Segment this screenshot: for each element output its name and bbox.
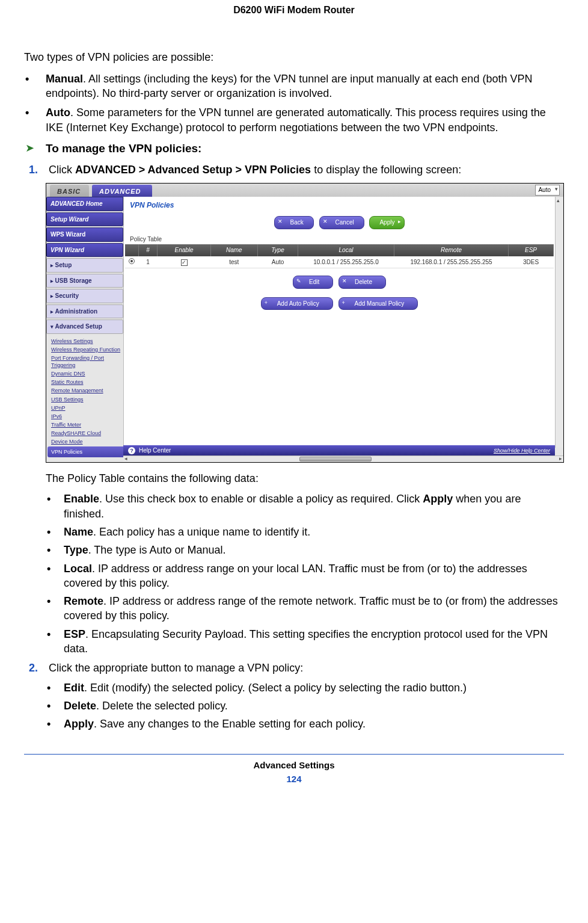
bullet-icon: • — [46, 681, 64, 695]
help-center-label: Help Center — [139, 447, 171, 454]
subnav-dynamic-dns[interactable]: Dynamic DNS — [51, 370, 123, 377]
subnav-usb-settings[interactable]: USB Settings — [51, 396, 123, 403]
col-remote: Remote — [394, 244, 509, 256]
policy-table: # Enable Name Type Local Remote ESP 1 ✓ — [125, 244, 554, 268]
row-enable-checkbox[interactable]: ✓ — [181, 259, 188, 266]
plus-icon: + — [265, 299, 268, 306]
col-type: Type — [258, 244, 298, 256]
refresh-dropdown[interactable]: Auto — [535, 185, 560, 196]
step-2-number: 2. — [29, 661, 46, 675]
procedure-title: To manage the VPN policies: — [46, 141, 201, 156]
field-enable-apply-bold: Apply — [423, 493, 453, 505]
field-local-text: . IP address or address range on your lo… — [64, 563, 527, 589]
horizontal-scrollbar[interactable] — [123, 455, 563, 462]
step-1-bold: ADVANCED > Advanced Setup > VPN Policies — [75, 164, 311, 176]
field-type-text: . The type is Auto or Manual. — [88, 544, 226, 556]
sidebar-item-setup[interactable]: Setup — [46, 258, 123, 273]
subnav-readyshare-cloud[interactable]: ReadySHARE Cloud — [51, 430, 123, 437]
subnav-wireless-repeating[interactable]: Wireless Repeating Function — [51, 346, 123, 353]
sidebar-item-administration[interactable]: Administration — [46, 304, 123, 319]
page-header: D6200 WiFi Modem Router — [0, 0, 588, 50]
cancel-button[interactable]: ✕Cancel — [319, 216, 364, 229]
field-name-text: . Each policy has a unique name to ident… — [93, 526, 310, 538]
add-auto-policy-button[interactable]: +Add Auto Policy — [261, 297, 333, 310]
subnav-vpn-policies[interactable]: VPN Policies — [47, 446, 126, 457]
sidebar-item-advanced-setup[interactable]: Advanced Setup — [46, 320, 123, 334]
step-1-post: to display the following screen: — [311, 164, 461, 176]
row-esp: 3DES — [509, 256, 554, 268]
edit-button[interactable]: ✎Edit — [293, 276, 333, 289]
step-2: 2. Click the appropriate button to manag… — [46, 661, 564, 731]
type-manual-text: . All settings (including the keys) for … — [46, 73, 532, 99]
step-1-subtext: The Policy Table contains the following … — [46, 471, 564, 486]
col-esp: ESP — [509, 244, 554, 256]
subnav-device-mode[interactable]: Device Mode — [51, 438, 123, 445]
row-radio[interactable] — [129, 258, 135, 264]
question-icon: ? — [128, 447, 135, 454]
row-local: 10.0.0.1 / 255.255.255.0 — [298, 256, 394, 268]
row-num: 1 — [138, 256, 158, 268]
bullet-icon: • — [46, 594, 64, 623]
col-name: Name — [210, 244, 257, 256]
subnav-port-forwarding[interactable]: Port Forwarding / Port Triggering — [51, 354, 123, 369]
sidebar-item-wps-wizard[interactable]: WPS Wizard — [46, 227, 123, 242]
sidebar-item-security[interactable]: Security — [46, 289, 123, 303]
btn-delete-text: . Delete the selected policy. — [96, 700, 228, 712]
sidebar-item-setup-wizard[interactable]: Setup Wizard — [46, 212, 123, 227]
sidebar-nav: ADVANCED Home Setup Wizard WPS Wizard VP… — [46, 197, 123, 448]
apply-button[interactable]: Apply▸ — [369, 216, 405, 229]
scrollbar-thumb[interactable] — [299, 457, 372, 461]
help-center-bar[interactable]: ?Help Center Show/Hide Help Center — [123, 445, 555, 456]
step-1: 1. Click ADVANCED > Advanced Setup > VPN… — [46, 162, 564, 656]
type-manual-bold: Manual — [46, 73, 83, 85]
footer-rule — [24, 754, 564, 755]
bullet-icon: • — [46, 543, 64, 557]
policy-fields-list: •Enable. Use this check box to enable or… — [46, 492, 564, 656]
btn-apply-bold: Apply — [64, 718, 94, 730]
col-local: Local — [298, 244, 394, 256]
sidebar-item-advanced-home[interactable]: ADVANCED Home — [46, 197, 123, 211]
subnav-traffic-meter[interactable]: Traffic Meter — [51, 421, 123, 428]
step-1-number: 1. — [29, 162, 46, 177]
arrow-right-icon: ▸ — [398, 218, 401, 225]
back-button[interactable]: ✕Back — [274, 216, 314, 229]
subnav-ipv6[interactable]: IPv6 — [51, 413, 123, 420]
sidebar-item-vpn-wizard[interactable]: VPN Wizard — [46, 243, 123, 258]
footer-page-number: 124 — [24, 773, 564, 785]
table-row: 1 ✓ test Auto 10.0.0.1 / 255.255.255.0 1… — [125, 256, 554, 268]
tab-basic[interactable]: BASIC — [50, 185, 89, 198]
tab-advanced[interactable]: ADVANCED — [92, 185, 152, 198]
footer-title: Advanced Settings — [24, 759, 564, 771]
procedure-arrow-icon: ➤ — [24, 141, 46, 155]
pencil-icon: ✎ — [296, 277, 301, 285]
field-esp-text: . Encapsulating Security Payload. This s… — [64, 628, 548, 655]
field-remote-text: . IP address or address range of the rem… — [64, 595, 558, 622]
bullet-icon: • — [46, 627, 64, 656]
vpn-policies-screenshot: BASIC ADVANCED Auto ADVANCED Home Setup … — [46, 183, 564, 463]
tab-bar: BASIC ADVANCED Auto — [46, 184, 563, 197]
sidebar-item-usb-storage[interactable]: USB Storage — [46, 274, 123, 288]
subnav-upnp[interactable]: UPnP — [51, 404, 123, 412]
row-type: Auto — [258, 256, 298, 268]
step-2-text: Click the appropriate button to manage a… — [49, 662, 303, 674]
bullet-icon: • — [46, 717, 64, 731]
plus-icon: + — [342, 299, 345, 306]
delete-button[interactable]: ✕Delete — [338, 276, 386, 289]
col-enable: Enable — [158, 244, 210, 256]
vertical-scrollbar[interactable] — [555, 197, 563, 448]
subnav-wireless-settings[interactable]: Wireless Settings — [51, 338, 123, 345]
sidebar-subnav: Wireless Settings Wireless Repeating Fun… — [46, 335, 123, 459]
type-auto-bold: Auto — [46, 106, 70, 119]
add-manual-policy-button[interactable]: +Add Manual Policy — [338, 297, 418, 310]
bullet-icon: • — [24, 105, 46, 135]
subnav-remote-management[interactable]: Remote Management — [51, 387, 123, 394]
field-local-bold: Local — [64, 563, 92, 575]
bullet-icon: • — [24, 72, 46, 101]
bullet-icon: • — [46, 699, 64, 713]
policy-table-label: Policy Table — [124, 232, 555, 245]
show-hide-help-link[interactable]: Show/Hide Help Center — [494, 447, 550, 454]
type-auto-text: . Some parameters for the VPN tunnel are… — [46, 106, 546, 133]
col-num: # — [138, 244, 158, 256]
subnav-static-routes[interactable]: Static Routes — [51, 378, 123, 386]
vpn-types-list: • Manual. All settings (including the ke… — [24, 72, 564, 135]
